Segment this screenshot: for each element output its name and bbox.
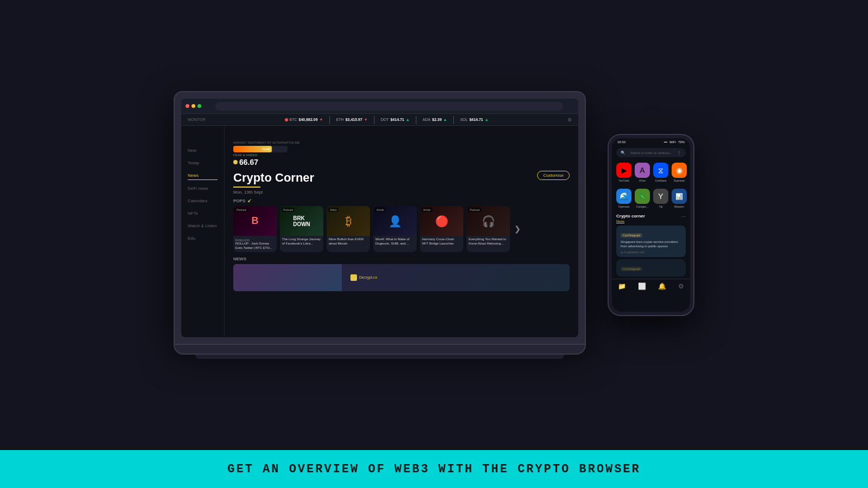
- laptop: MONITOR BTC $40,682.09 ▼ | ETH $3,415.97: [174, 91, 586, 359]
- pop-card-breakdown-image: BRKDOWN Podcast: [280, 206, 323, 236]
- sol-name: SOL: [460, 118, 468, 121]
- phone-search-bar[interactable]: 🔍 Search or enter an address... ⋮: [616, 148, 686, 157]
- pops-section: POPS ↙ B: [233, 198, 570, 252]
- breakdown-title: The Long Strange Journey of Facebook's L…: [282, 237, 321, 246]
- phone-search-icon: 🔍: [621, 151, 626, 155]
- sidebar-item-defi[interactable]: DeFi news: [188, 184, 218, 192]
- minimize-dot[interactable]: [192, 104, 195, 108]
- eth-dir: ▼: [364, 118, 368, 121]
- pop-card-breakdown[interactable]: BRKDOWN Podcast The Long Strange Journey…: [280, 206, 323, 252]
- phone-home-icon[interactable]: 📁: [618, 282, 626, 290]
- pop-card-btc[interactable]: ₿ Video More Bullish than EVER about Bit…: [327, 206, 370, 252]
- sentiment-bar: 71/100: [233, 146, 288, 152]
- phone-app-opensea[interactable]: 🌊 Opensea: [616, 189, 631, 208]
- measen-icon[interactable]: 📊: [672, 189, 687, 204]
- browser-chrome: [181, 99, 578, 114]
- pop-card-jeff-badge: Article: [375, 208, 386, 212]
- source-name: Decrypt.co: [359, 275, 377, 279]
- laptop-base: [174, 345, 586, 355]
- pop-card-bankless[interactable]: B Podcast BANKLESS ROLLUP - Jack Dorsey …: [233, 206, 277, 252]
- phone-app-coinbase[interactable]: ⧖ Coinbase: [653, 163, 668, 182]
- app-layout: New Today News DeFi news Calendars NFTs …: [181, 114, 578, 337]
- phone-search-input[interactable]: Search or enter an address...: [630, 151, 673, 155]
- maximize-dot[interactable]: [197, 104, 201, 108]
- phone-news-by-1: by Cryptopanic.com: [621, 251, 681, 254]
- phone-news-card-2[interactable]: CoinTelegraph: [616, 259, 686, 277]
- phone-notifications-icon[interactable]: 🔔: [658, 282, 666, 290]
- phone-app-aave[interactable]: A AAve: [635, 163, 650, 182]
- phone-app-brave[interactable]: ◉ Suprasar: [672, 163, 687, 182]
- pop-card-bankless-badge: Podcast: [235, 208, 248, 212]
- pop-card-btc-image: ₿ Video: [327, 206, 370, 236]
- sol-price: $414.71: [469, 118, 483, 121]
- phone-bottom-bar: 📁 ⬜ 🔔 ⚙: [612, 279, 690, 293]
- brave-label: Suprasar: [674, 179, 685, 182]
- news-banner-image: [233, 264, 342, 291]
- phone-app-yat[interactable]: Y Yat: [653, 189, 668, 208]
- pops-icon: ↙: [247, 198, 252, 203]
- address-bar[interactable]: [215, 102, 563, 111]
- jeff-avatar: 👤: [388, 215, 402, 228]
- fear-greed-number: 66.67: [239, 158, 258, 166]
- close-dot[interactable]: [186, 104, 189, 108]
- sidebar-item-nfts[interactable]: NFTs: [188, 209, 218, 217]
- sentiment-bar-fill: 71/100: [233, 146, 272, 152]
- pop-card-jeff-image: 👤 Article: [373, 206, 417, 236]
- fear-greed-value: 66.67: [233, 158, 570, 166]
- ticker-items: BTC $40,682.09 ▼ | ETH $3,415.97 ▼ | DOT: [285, 115, 489, 125]
- btc-price: $40,682.09: [299, 118, 318, 121]
- coingecko-icon[interactable]: 🦎: [635, 189, 650, 204]
- sidebar-item-new[interactable]: New: [188, 146, 218, 155]
- youtube-icon[interactable]: ▶: [616, 163, 631, 178]
- btc-logo: ₿: [346, 214, 352, 228]
- bankless-logo: B: [252, 215, 259, 227]
- phone-tab-news[interactable]: News: [616, 220, 624, 223]
- coingecko-label: Coingec...: [636, 205, 649, 208]
- news-label-text: NEWS: [233, 256, 246, 261]
- coinbase-icon[interactable]: ⧖: [653, 163, 668, 178]
- pop-card-jeff-info: Wooft: What to Make of Dogecoin, SHiB, a…: [373, 236, 417, 248]
- pop-card-harmony[interactable]: 🔴 Article Harmony Cross-Chain NFT Bridge…: [420, 206, 463, 252]
- phone-settings-icon[interactable]: ⚙: [678, 282, 684, 290]
- brave-icon[interactable]: ◉: [672, 163, 687, 178]
- pop-card-jeff[interactable]: 👤 Article Wooft: What to Make of Dogecoi…: [373, 206, 417, 252]
- phone-section-expand[interactable]: —: [681, 214, 686, 219]
- pops-next-button[interactable]: ❯: [512, 214, 523, 244]
- aave-icon[interactable]: A: [635, 163, 650, 178]
- phone-app-coingecko[interactable]: 🦎 Coingec...: [635, 189, 650, 208]
- pop-card-bankless-info: BANKLESS ROLLUP - Jack Dorsey Exits Twit…: [233, 236, 277, 252]
- sidebar-item-calendars[interactable]: Calendars: [188, 197, 218, 205]
- sidebar-item-edu[interactable]: Edu: [188, 234, 218, 242]
- bottom-banner-text: GET AN OVERVIEW OF WEB3 WITH THE CRYPTO …: [227, 463, 641, 476]
- title-underline: [233, 187, 260, 188]
- ticker-bar: MONITOR BTC $40,682.09 ▼ | ETH $3,415.97: [181, 114, 578, 126]
- ticker-dot: DOT $414.71 ▲: [381, 118, 410, 121]
- phone-app-measen[interactable]: 📊 Measen: [672, 189, 687, 208]
- bottom-banner: GET AN OVERVIEW OF WEB3 WITH THE CRYPTO …: [0, 450, 868, 488]
- customise-button[interactable]: Customise: [537, 171, 570, 180]
- phone-news-source-2: CoinTelegraph: [621, 267, 642, 271]
- phone-search-menu-icon[interactable]: ⋮: [677, 150, 681, 155]
- gear-icon[interactable]: ⚙: [567, 117, 572, 123]
- phone-app-grid-2: 🌊 Opensea 🦎 Coingec... Y Yat 📊 Measen: [612, 185, 690, 211]
- sidebar-item-watch[interactable]: Watch & Listen: [188, 222, 218, 230]
- phone-tabs-icon[interactable]: ⬜: [638, 282, 646, 290]
- pop-card-bad-crypto[interactable]: 🎧 Podcast Everything You Wanted to Know …: [467, 206, 510, 252]
- opensea-label: Opensea: [618, 205, 629, 208]
- phone-app-youtube[interactable]: ▶ YouTube: [616, 163, 631, 182]
- sidebar-item-news[interactable]: News: [188, 171, 218, 180]
- news-banner[interactable]: Decrypt.co: [233, 264, 570, 291]
- pop-card-harmony-badge: Article: [422, 208, 432, 212]
- harmony-title: Harmony Cross-Chain NFT Bridge Launches: [422, 237, 461, 246]
- dot-name: DOT: [381, 118, 389, 121]
- youtube-label: YouTube: [618, 179, 629, 182]
- yat-icon[interactable]: Y: [653, 189, 668, 204]
- pop-card-bankless-image: B Podcast: [233, 206, 277, 236]
- sidebar-item-today[interactable]: Today: [188, 159, 218, 167]
- phone-section-header: Crypto corner —: [612, 211, 690, 220]
- phone: 18:30 ▪▪▪ WiFi 79% 🔍 Search or enter an …: [608, 134, 694, 316]
- pop-card-bad-crypto-badge: Podcast: [468, 208, 481, 212]
- news-label: NEWS: [233, 256, 570, 261]
- opensea-icon[interactable]: 🌊: [616, 189, 631, 204]
- phone-news-card-1[interactable]: CoinTelegraph Singapore bars crypto serv…: [616, 226, 686, 257]
